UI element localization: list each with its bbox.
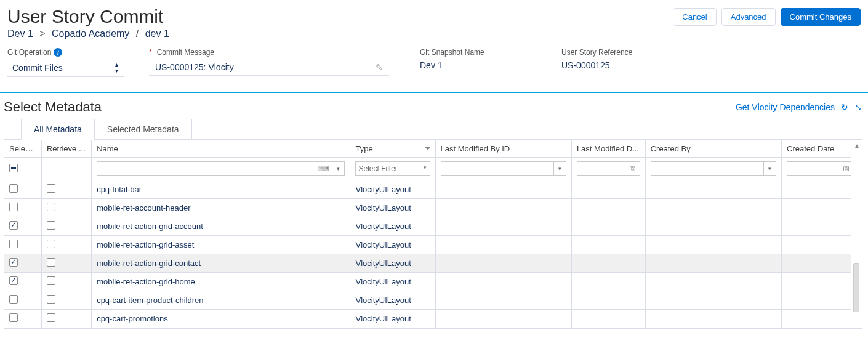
table-row[interactable]: cpq-cart-promotionsVlocityUILayout	[4, 310, 859, 328]
table-row[interactable]: mobile-ret-action-grid-assetVlocityUILay…	[4, 236, 859, 254]
col-created-by[interactable]: Created By	[645, 140, 781, 158]
breadcrumb: Dev 1 > Copado Academy / dev 1	[7, 28, 861, 39]
filter-lmby-dropdown[interactable]: ▾	[554, 161, 566, 176]
cell-name: mobile-ret-action-grid-asset	[92, 236, 350, 254]
cell-name: mobile-ret-account-header	[92, 199, 350, 217]
table-row[interactable]: mobile-ret-account-headerVlocityUILayout	[4, 199, 859, 217]
cell-empty	[782, 180, 859, 199]
cell-empty	[571, 273, 645, 291]
cell-empty	[782, 310, 859, 328]
cell-empty	[782, 217, 859, 236]
calendar-icon[interactable]: 📅︎	[629, 164, 637, 173]
col-type[interactable]: Type⏷	[350, 140, 435, 158]
vertical-scrollbar[interactable]: ▲	[851, 140, 862, 328]
refresh-icon[interactable]: ↻	[841, 102, 848, 112]
filter-type-select[interactable]: Select Filter	[355, 161, 430, 176]
scroll-thumb[interactable]	[853, 263, 859, 312]
col-last-modified-date[interactable]: Last Modified D...	[571, 140, 645, 158]
tab-selected-metadata[interactable]: Selected Metadata	[94, 119, 192, 140]
cell-type: VlocityUILayout	[350, 236, 435, 254]
breadcrumb-part-2[interactable]: Copado Academy	[52, 28, 129, 39]
table-row[interactable]: cpq-total-barVlocityUILayout	[4, 180, 859, 199]
cell-name: mobile-ret-action-grid-home	[92, 273, 350, 291]
cell-empty	[435, 273, 571, 291]
row-select-checkbox[interactable]	[9, 313, 18, 322]
git-operation-label: Git Operation	[7, 48, 51, 57]
table-row[interactable]: mobile-ret-action-grid-contactVlocityUIL…	[4, 254, 859, 273]
row-select-checkbox[interactable]	[9, 295, 18, 304]
row-retrieve-checkbox[interactable]	[47, 184, 55, 193]
cell-empty	[435, 217, 571, 236]
table-row[interactable]: mobile-ret-action-grid-homeVlocityUILayo…	[4, 273, 859, 291]
row-retrieve-checkbox[interactable]	[47, 295, 55, 304]
filter-createdby-input[interactable]	[651, 161, 764, 176]
row-select-checkbox[interactable]	[9, 258, 18, 267]
cell-empty	[571, 310, 645, 328]
cell-empty	[782, 236, 859, 254]
git-operation-select[interactable]: Commit Files ▴▾	[7, 60, 124, 77]
col-created-date[interactable]: Created Date	[782, 140, 859, 158]
filter-lmby-input[interactable]	[441, 161, 554, 176]
cell-empty	[782, 254, 859, 273]
cell-empty	[435, 254, 571, 273]
info-icon[interactable]: i	[54, 48, 62, 57]
row-select-checkbox[interactable]	[9, 221, 18, 230]
cell-name: mobile-ret-action-grid-account	[92, 217, 350, 236]
cell-empty	[645, 310, 781, 328]
col-last-modified-by[interactable]: Last Modified By ID	[435, 140, 571, 158]
cell-name: cpq-cart-promotions	[92, 310, 350, 328]
cell-empty	[645, 254, 781, 273]
filter-icon: ⏷	[424, 144, 432, 153]
tab-all-metadata[interactable]: All Metadata	[21, 119, 95, 140]
table-row[interactable]: mobile-ret-action-grid-accountVlocityUIL…	[4, 217, 859, 236]
cancel-button[interactable]: Cancel	[673, 8, 716, 26]
cell-name: mobile-ret-action-grid-contact	[92, 254, 350, 273]
expand-icon[interactable]: ⤡	[854, 102, 862, 112]
cell-type: VlocityUILayout	[350, 254, 435, 273]
row-select-checkbox[interactable]	[9, 276, 18, 285]
row-retrieve-checkbox[interactable]	[47, 258, 55, 267]
scroll-up-arrow[interactable]: ▲	[851, 140, 862, 151]
cell-type: VlocityUILayout	[350, 199, 435, 217]
metadata-grid: Select... Retrieve ... Name Type⏷ Last M…	[4, 140, 859, 328]
git-operation-value: Commit Files	[12, 63, 63, 73]
filter-createdby-dropdown[interactable]: ▾	[764, 161, 776, 176]
get-vlocity-dependencies-link[interactable]: Get Vlocity Dependencies	[736, 102, 835, 112]
advanced-button[interactable]: Advanced	[721, 8, 776, 26]
commit-message-input[interactable]	[154, 62, 371, 73]
filter-name-dropdown[interactable]: ▾	[332, 161, 345, 176]
commit-changes-button[interactable]: Commit Changes	[781, 8, 861, 26]
cell-empty	[645, 217, 781, 236]
keyboard-icon: ⌨	[318, 164, 329, 173]
cell-empty	[782, 291, 859, 310]
cell-type: VlocityUILayout	[350, 217, 435, 236]
row-select-checkbox[interactable]	[9, 240, 18, 248]
col-retrieve[interactable]: Retrieve ...	[41, 140, 91, 158]
cell-empty	[571, 199, 645, 217]
git-snapshot-label: Git Snapshot Name	[420, 48, 484, 57]
select-all-checkbox[interactable]	[9, 164, 18, 172]
table-row[interactable]: cpq-cart-item-product-childrenVlocityUIL…	[4, 291, 859, 310]
cell-type: VlocityUILayout	[350, 273, 435, 291]
row-retrieve-checkbox[interactable]	[47, 276, 55, 285]
user-story-ref-label: User Story Reference	[561, 48, 632, 57]
cell-empty	[435, 180, 571, 199]
calendar-icon[interactable]: 📅︎	[843, 164, 850, 173]
col-name[interactable]: Name	[92, 140, 350, 158]
git-snapshot-value: Dev 1	[420, 60, 532, 70]
pencil-icon[interactable]: ✎	[376, 62, 383, 72]
row-retrieve-checkbox[interactable]	[47, 240, 55, 248]
col-selected[interactable]: Select...	[4, 140, 42, 158]
breadcrumb-part-1[interactable]: Dev 1	[7, 28, 33, 39]
row-select-checkbox[interactable]	[9, 184, 18, 193]
row-select-checkbox[interactable]	[9, 203, 18, 211]
cell-empty	[571, 217, 645, 236]
cell-empty	[645, 180, 781, 199]
filter-name-input[interactable]	[97, 161, 332, 176]
row-retrieve-checkbox[interactable]	[47, 221, 55, 230]
page-title: User Story Commit	[7, 6, 163, 27]
cell-name: cpq-cart-item-product-children	[92, 291, 350, 310]
row-retrieve-checkbox[interactable]	[47, 313, 55, 322]
row-retrieve-checkbox[interactable]	[47, 203, 55, 211]
breadcrumb-part-3[interactable]: dev 1	[145, 28, 169, 39]
